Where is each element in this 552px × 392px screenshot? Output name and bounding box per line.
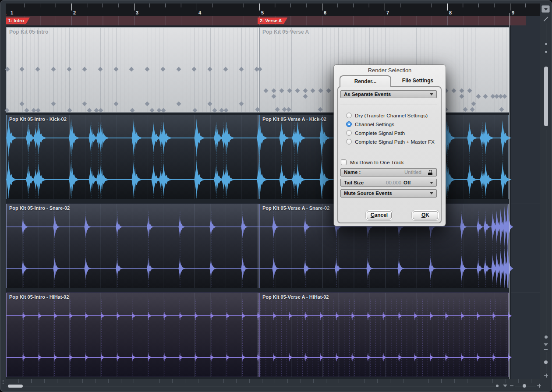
waveform-zoom-icon[interactable] xyxy=(544,17,548,21)
horizontal-zoom-thumb[interactable] xyxy=(523,384,526,388)
ruler-options-button[interactable] xyxy=(541,5,550,13)
separator xyxy=(340,105,437,105)
waveform-zoom-dot[interactable] xyxy=(545,43,547,45)
source-events-value: Mute Source Events xyxy=(344,191,392,196)
project-end-line xyxy=(509,13,510,379)
tab-file-settings[interactable]: File Settings xyxy=(395,78,440,84)
svg-text:4: 4 xyxy=(198,10,202,15)
chevron-down-icon xyxy=(430,182,433,184)
radio-icon[interactable] xyxy=(346,113,352,118)
checkbox-icon[interactable] xyxy=(341,159,347,165)
svg-text:9: 9 xyxy=(512,10,514,15)
snare-audio-track: Pop Kit 05-Intro - Snare-02 Pop Kit 05-V… xyxy=(0,204,552,288)
tail-size-label: Tail Size xyxy=(344,180,364,185)
horizontal-zoom-out-icon[interactable] xyxy=(510,385,513,386)
kick-audio-track: Pop Kit 05-Intro - Kick-02 Pop Kit 05-Ve… xyxy=(0,115,552,199)
midi-part-label: Pop Kit 05-Intro xyxy=(9,29,48,35)
ok-button[interactable]: OK xyxy=(413,211,438,219)
cancel-button-ring: Cancel xyxy=(366,210,393,220)
marker-track[interactable]: 1: Intro 2: Verse A xyxy=(6,16,526,25)
name-label: Name : xyxy=(344,170,361,175)
timeline-ruler[interactable]: 123456789 xyxy=(6,4,540,16)
audio-event-label: Pop Kit 05-Verse A - Snare-02 xyxy=(262,205,329,211)
svg-text:6: 6 xyxy=(324,10,326,15)
chevron-down-icon xyxy=(430,93,433,95)
audio-event-label: Pop Kit 05-Intro - Snare-02 xyxy=(9,205,70,211)
audio-event-kick-intro[interactable]: Pop Kit 05-Intro - Kick-02 xyxy=(6,115,259,199)
vertical-scrollbar-track[interactable] xyxy=(546,130,546,334)
radio-label: Dry (Transfer Channel Settings) xyxy=(355,113,428,119)
svg-text:5: 5 xyxy=(261,10,264,15)
separator xyxy=(340,154,437,154)
audio-event-hihat-intro[interactable]: Pop Kit 05-Intro - HiHat-02 xyxy=(6,293,259,377)
render-selection-dialog: Render Selection Render... File Settings… xyxy=(334,65,446,226)
lock-icon[interactable] xyxy=(428,170,432,175)
render-mode-value: As Separate Events xyxy=(344,92,391,97)
radio-icon[interactable] xyxy=(346,139,352,145)
radio-label: Channel Settings xyxy=(355,121,394,127)
vertical-zoom-out-icon[interactable] xyxy=(544,349,548,350)
audio-event-label: Pop Kit 05-Verse A - HiHat-02 xyxy=(262,294,329,300)
svg-text:8: 8 xyxy=(449,10,452,15)
ok-button-ring: OK xyxy=(412,210,439,220)
marker-position-tick xyxy=(6,14,7,16)
vertical-zoom-preset-icon[interactable] xyxy=(544,343,548,346)
audio-event-hihat-verse[interactable]: Pop Kit 05-Verse A - HiHat-02 xyxy=(259,293,509,377)
audio-event-label: Pop Kit 05-Intro - Kick-02 xyxy=(9,117,67,122)
audio-event-snare-intro[interactable]: Pop Kit 05-Intro - Snare-02 xyxy=(6,204,259,288)
project-window: 123456789 1: Intro 2: Verse A Pop Kit 05… xyxy=(0,0,552,392)
checkbox-label: Mix Down to One Track xyxy=(350,159,404,166)
tab-render[interactable]: Render... xyxy=(340,75,391,87)
chevron-down-icon xyxy=(544,8,548,11)
midi-drum-track: Pop Kit 05-Intro Pop Kit 05-Verse A xyxy=(0,27,552,113)
source-events-dropdown[interactable]: Mute Source Events xyxy=(340,189,437,198)
horizontal-scrollbar-thumb[interactable] xyxy=(8,385,23,388)
project-end-line xyxy=(511,13,511,379)
svg-text:7: 7 xyxy=(386,10,389,15)
dialog-title: Render Selection xyxy=(334,67,446,74)
midi-part-intro[interactable]: Pop Kit 05-Intro xyxy=(6,27,259,113)
chevron-down-icon xyxy=(430,192,433,194)
horizontal-zoom-preset-icon[interactable] xyxy=(503,385,507,387)
svg-text:1: 1 xyxy=(11,10,13,15)
divider-grip-icon[interactable] xyxy=(3,380,4,384)
svg-text:2: 2 xyxy=(73,10,76,15)
tail-size-mode: Off xyxy=(403,179,411,187)
waveform-zoom-slider[interactable] xyxy=(546,23,546,43)
audio-event-label: Pop Kit 05-Verse A - Kick-02 xyxy=(262,117,326,122)
vertical-scrollbar-end-dot xyxy=(545,335,548,339)
name-value: Untitled xyxy=(404,169,421,176)
render-mode-dropdown[interactable]: As Separate Events xyxy=(340,90,437,98)
tail-size-value: 00.000 xyxy=(386,179,401,187)
waveform-zoom-dot[interactable] xyxy=(545,51,547,53)
vertical-zoom-thumb[interactable] xyxy=(544,360,548,364)
tail-size-dropdown[interactable]: Tail Size 00.000 Off xyxy=(340,179,437,187)
cancel-button[interactable]: Cancel xyxy=(367,211,392,219)
radio-label: Complete Signal Path + Master FX xyxy=(355,139,435,145)
tab-panel xyxy=(337,86,442,223)
midi-part-label: Pop Kit 05-Verse A xyxy=(262,29,309,35)
svg-text:3: 3 xyxy=(136,10,138,15)
overview-tick-strip xyxy=(6,379,540,383)
marker-flag-intro[interactable]: 1: Intro xyxy=(6,18,30,24)
ok-button-label: OK xyxy=(413,212,438,219)
horizontal-zoom-in-icon[interactable] xyxy=(537,384,541,388)
marker-flag-verse-a[interactable]: 2: Verse A xyxy=(258,18,287,24)
name-field[interactable]: Name : Untitled xyxy=(340,168,437,177)
vertical-zoom-in-icon[interactable] xyxy=(544,374,548,378)
radio-selected-icon[interactable] xyxy=(346,121,352,127)
radio-icon[interactable] xyxy=(346,130,352,136)
horizontal-scrollbar-end-dot xyxy=(496,385,499,387)
cancel-button-label: Cancel xyxy=(367,212,391,219)
horizontal-scrollbar-track[interactable] xyxy=(6,386,497,386)
audio-event-label: Pop Kit 05-Intro - HiHat-02 xyxy=(9,294,69,300)
hihat-audio-track: Pop Kit 05-Intro - HiHat-02 Pop Kit 05-V… xyxy=(0,293,552,377)
radio-label: Complete Signal Path xyxy=(355,130,405,136)
vertical-scrollbar-thumb[interactable] xyxy=(544,67,548,126)
